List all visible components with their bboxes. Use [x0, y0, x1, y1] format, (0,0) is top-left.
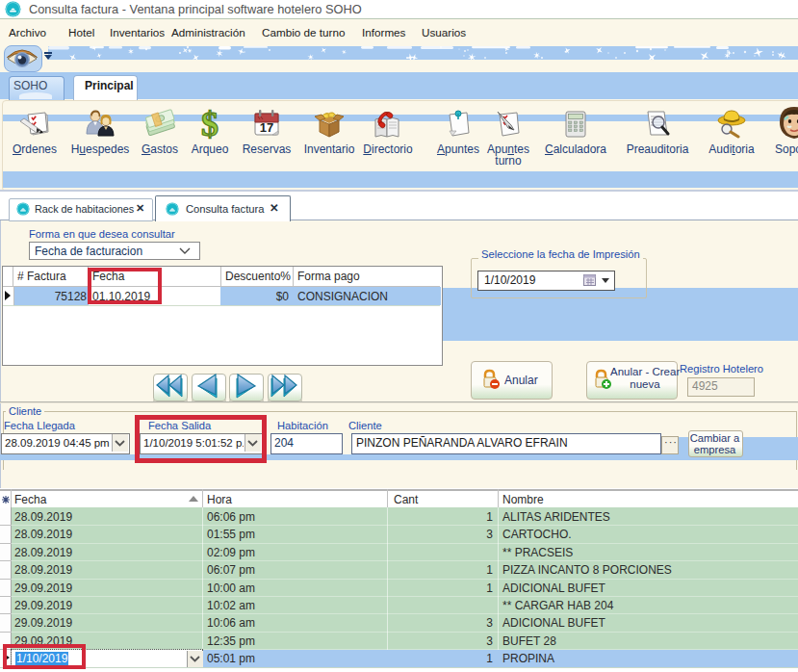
svg-text:17: 17: [260, 120, 273, 135]
svg-text:$: $: [201, 108, 219, 141]
